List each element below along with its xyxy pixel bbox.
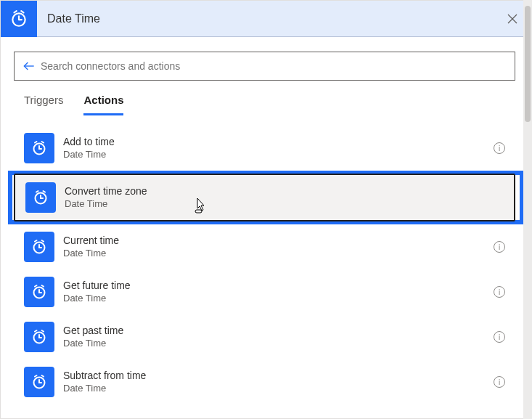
clock-icon — [25, 182, 56, 213]
svg-line-32 — [35, 330, 37, 332]
tab-actions[interactable]: Actions — [83, 94, 123, 115]
info-icon[interactable]: i — [494, 241, 505, 253]
action-title: Subtract from time — [63, 370, 485, 383]
svg-line-23 — [42, 240, 44, 242]
svg-line-3 — [15, 11, 17, 12]
action-title: Get past time — [63, 325, 485, 338]
action-title: Add to time — [63, 136, 485, 149]
action-text: Get past time Date Time — [63, 325, 485, 349]
back-icon[interactable] — [22, 59, 36, 73]
svg-line-11 — [35, 142, 37, 143]
clock-icon — [24, 277, 54, 307]
clock-icon — [24, 367, 54, 397]
info-icon[interactable]: i — [494, 286, 505, 298]
panel-title: Date Time — [37, 12, 496, 25]
action-subtitle: Date Time — [63, 248, 485, 259]
action-title: Current time — [63, 235, 485, 248]
actions-list: Add to time Date Time i Convert time zon… — [14, 126, 515, 404]
action-subtitle: Date Time — [63, 149, 485, 160]
action-item-add-to-time[interactable]: Add to time Date Time i — [14, 126, 515, 171]
svg-line-22 — [35, 240, 37, 242]
svg-line-17 — [44, 191, 46, 192]
action-item-get-past-time[interactable]: Get past time Date Time i — [14, 314, 515, 359]
clock-icon — [24, 322, 54, 352]
action-subtitle: Date Time — [63, 338, 485, 349]
action-text: Convert time zone Date Time — [65, 185, 504, 210]
svg-line-28 — [42, 285, 44, 287]
action-picker-panel: Date Time Triggers Actions — [0, 0, 529, 419]
info-icon[interactable]: i — [494, 376, 505, 388]
action-text: Add to time Date Time — [63, 136, 485, 160]
scrollbar[interactable] — [523, 0, 532, 419]
svg-line-16 — [36, 191, 38, 192]
action-title: Get future time — [63, 280, 485, 293]
action-item-get-future-time[interactable]: Get future time Date Time i — [14, 269, 515, 314]
info-icon[interactable]: i — [494, 142, 505, 154]
action-subtitle: Date Time — [65, 198, 504, 210]
action-item-current-time[interactable]: Current time Date Time i — [14, 224, 515, 269]
tabs: Triggers Actions — [14, 81, 515, 115]
svg-line-33 — [42, 330, 44, 332]
svg-line-4 — [21, 11, 23, 12]
action-item-subtract-from-time[interactable]: Subtract from time Date Time i — [14, 359, 515, 404]
scrollbar-thumb[interactable] — [525, 6, 531, 122]
svg-line-37 — [35, 375, 37, 377]
action-title: Convert time zone — [65, 185, 504, 198]
action-text: Get future time Date Time — [63, 280, 485, 304]
info-icon[interactable]: i — [494, 331, 505, 343]
panel-body: Triggers Actions Add to time Date Time i — [1, 37, 528, 418]
search-box[interactable] — [14, 52, 515, 81]
action-subtitle: Date Time — [63, 293, 485, 304]
clock-icon — [24, 133, 54, 163]
search-input[interactable] — [41, 60, 507, 72]
action-text: Subtract from time Date Time — [63, 370, 485, 394]
connector-icon — [1, 1, 37, 37]
panel-header: Date Time — [1, 1, 528, 37]
svg-rect-18 — [195, 210, 202, 213]
action-subtitle: Date Time — [63, 383, 485, 394]
action-text: Current time Date Time — [63, 235, 485, 259]
tab-triggers[interactable]: Triggers — [24, 94, 63, 115]
action-item-convert-time-zone[interactable]: Convert time zone Date Time — [14, 174, 515, 221]
svg-line-12 — [42, 142, 44, 143]
svg-line-27 — [35, 285, 37, 287]
svg-line-38 — [42, 375, 44, 377]
clock-icon — [24, 232, 54, 262]
